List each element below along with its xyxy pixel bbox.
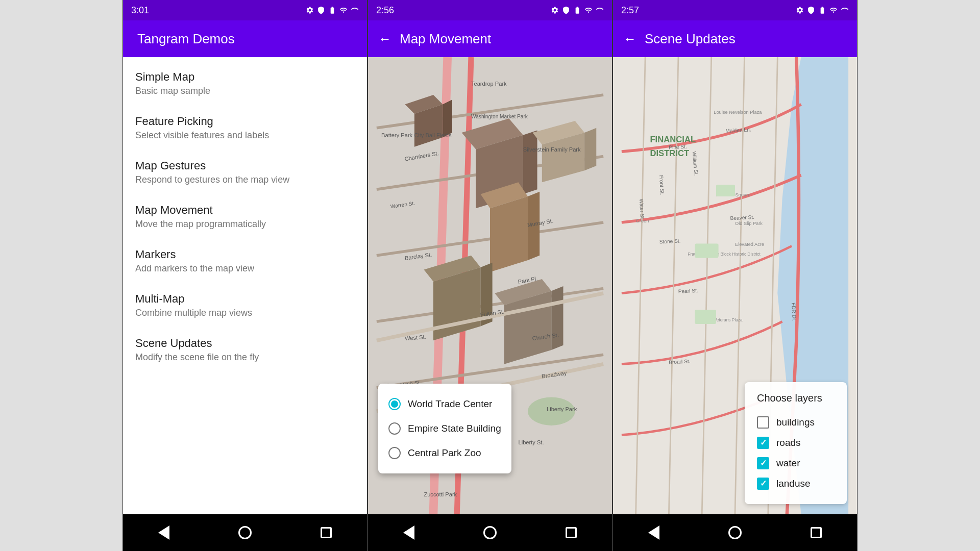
map-content-2: Chambers St. Washington Market Park Warr… (368, 57, 612, 514)
radio-dot-wtc (391, 400, 398, 408)
list-item-multi-map[interactable]: Multi-Map Combine multiple map views (123, 283, 367, 328)
svg-text:Elevated Acre: Elevated Acre (735, 242, 764, 247)
svg-marker-19 (584, 128, 596, 170)
location-label-cpz: Central Park Zoo (408, 447, 481, 459)
location-label-esb: Empire State Building (408, 423, 501, 434)
checkmark-landuse: ✓ (760, 480, 767, 488)
svg-marker-15 (490, 196, 528, 272)
wifi-icon (339, 6, 348, 14)
checkmark-roads: ✓ (760, 439, 767, 447)
svg-text:Broad St.: Broad St. (669, 358, 691, 365)
gear-icon (306, 6, 314, 14)
phone3: 2:57 ← Scene Updates (612, 0, 857, 551)
list-item-scene-updates[interactable]: Scene Updates Modify the scene file on t… (123, 328, 367, 372)
checkbox-roads[interactable]: ✓ (757, 437, 769, 449)
svg-marker-10 (443, 99, 452, 137)
list-item-simple-map[interactable]: Simple Map Basic map sample (123, 61, 367, 106)
location-label-wtc: World Trade Center (408, 398, 492, 410)
location-option-esb[interactable]: Empire State Building (388, 416, 501, 441)
location-popup: World Trade Center Empire State Building… (378, 384, 511, 473)
location-option-cpz[interactable]: Central Park Zoo (388, 441, 501, 465)
list-item-map-gestures[interactable]: Map Gestures Respond to gestures on the … (123, 150, 367, 194)
location-option-wtc[interactable]: World Trade Center (388, 392, 501, 416)
signal-icon (351, 6, 359, 14)
home-icon-2 (483, 526, 497, 539)
svg-rect-80 (695, 310, 716, 324)
wifi-icon-2 (584, 6, 593, 14)
signal-icon-3 (841, 6, 849, 14)
layer-item-roads[interactable]: ✓ roads (757, 433, 835, 453)
nav-bar-3 (613, 514, 857, 551)
layer-item-buildings[interactable]: buildings (757, 412, 835, 433)
svg-text:Stone St.: Stone St. (659, 238, 680, 244)
back-icon-3 (648, 525, 659, 540)
status-icons-2 (551, 6, 604, 14)
radio-cpz (388, 447, 401, 459)
gear-icon-2 (551, 6, 559, 14)
layer-item-landuse[interactable]: ✓ landuse (757, 473, 835, 494)
svg-text:Water St.: Water St. (639, 198, 645, 220)
layer-label-roads: roads (776, 437, 801, 448)
checkbox-water[interactable]: ✓ (757, 457, 769, 469)
markers-title: Markers (135, 248, 355, 261)
phone1: 3:01 Tangram Demos Simple Map Basic map … (122, 0, 368, 551)
back-button-3[interactable] (644, 522, 664, 543)
demo-list-container: Simple Map Basic map sample Feature Pick… (123, 57, 367, 514)
layers-title: Choose layers (757, 392, 835, 404)
home-button-3[interactable] (725, 522, 745, 543)
scene-map-view[interactable]: Pine St. Maiden Ln. Beaver St. Stone St.… (613, 57, 857, 514)
list-item-markers[interactable]: Markers Add markers to the map view (123, 239, 367, 283)
radio-esb (388, 422, 401, 435)
svg-text:FINANCIAL: FINANCIAL (650, 135, 696, 144)
simple-map-subtitle: Basic map sample (135, 86, 355, 96)
list-item-map-movement[interactable]: Map Movement Move the map programmatical… (123, 194, 367, 239)
svg-marker-13 (523, 130, 537, 194)
home-button-2[interactable] (480, 522, 500, 543)
back-button-2[interactable] (399, 522, 419, 543)
list-item-feature-picking[interactable]: Feature Picking Select visible features … (123, 106, 367, 150)
feature-picking-subtitle: Select visible features and labels (135, 130, 355, 141)
map-movement-subtitle: Move the map programmatically (135, 219, 355, 230)
status-bar-2: 2:56 (368, 0, 612, 20)
app-bar-title-2: Map Movement (400, 31, 491, 47)
map-gestures-title: Map Gestures (135, 159, 355, 172)
checkbox-landuse[interactable]: ✓ (757, 478, 769, 490)
recents-icon-2 (566, 527, 577, 538)
map-view-2[interactable]: Chambers St. Washington Market Park Warr… (368, 57, 612, 514)
svg-text:Zuccotti Park: Zuccotti Park (424, 491, 457, 497)
svg-text:FDR Dr.: FDR Dr. (791, 303, 797, 321)
back-icon-2 (403, 525, 414, 540)
back-button-1[interactable] (154, 522, 174, 543)
signal-icon-2 (596, 6, 604, 14)
markers-subtitle: Add markers to the map view (135, 263, 355, 274)
svg-rect-78 (716, 185, 735, 196)
checkbox-buildings[interactable] (757, 416, 769, 429)
app-bar-1: Tangram Demos (123, 20, 367, 57)
back-arrow-2[interactable]: ← (378, 31, 391, 47)
recents-button-1[interactable] (316, 522, 336, 543)
radio-wtc (388, 398, 401, 410)
home-button-1[interactable] (235, 522, 255, 543)
svg-text:DISTRICT: DISTRICT (650, 148, 689, 158)
back-arrow-3[interactable]: ← (623, 31, 636, 47)
layer-label-water: water (776, 458, 800, 469)
layer-item-water[interactable]: ✓ water (757, 453, 835, 473)
svg-text:Battery Park City Ball Fields: Battery Park City Ball Fields (381, 132, 452, 138)
layer-label-landuse: landuse (776, 478, 811, 489)
recents-button-2[interactable] (561, 522, 581, 543)
svg-rect-79 (695, 244, 718, 258)
svg-text:Green: Green (636, 218, 649, 223)
svg-text:Washington Market Park: Washington Market Park (471, 114, 528, 119)
status-time-3: 2:57 (621, 5, 639, 16)
recents-button-3[interactable] (806, 522, 826, 543)
svg-text:Liberty St.: Liberty St. (519, 439, 544, 445)
battery-icon-2 (573, 6, 581, 14)
demo-list: Simple Map Basic map sample Feature Pick… (123, 57, 367, 376)
app-bar-3: ← Scene Updates (613, 20, 857, 57)
multi-map-title: Multi-Map (135, 292, 355, 306)
status-time-2: 2:56 (376, 5, 394, 16)
checkmark-water: ✓ (760, 459, 767, 467)
app-bar-title-1: Tangram Demos (137, 31, 235, 47)
shield-icon-2 (562, 6, 570, 14)
scene-updates-title: Scene Updates (135, 337, 355, 350)
